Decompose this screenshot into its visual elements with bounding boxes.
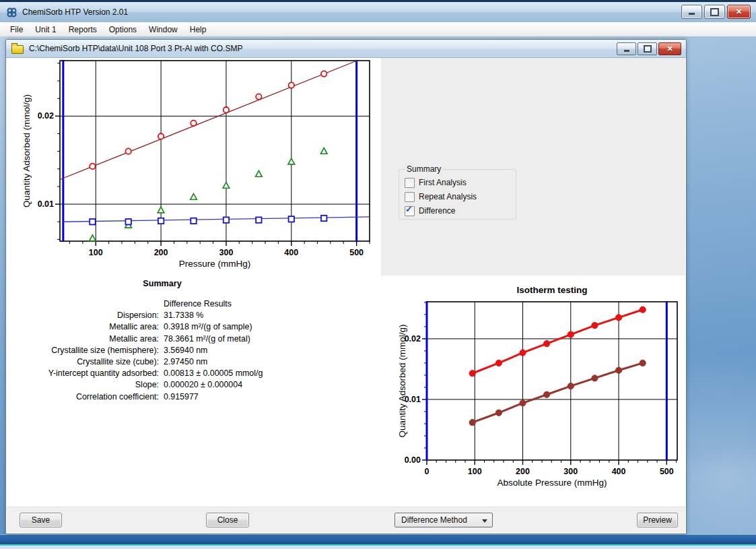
result-label: Metallic area: [8,321,159,333]
results-summary: Summary Difference ResultsDispersion:31.… [8,279,319,403]
results-heading: Summary [8,279,316,288]
preview-button[interactable]: Preview [637,513,678,527]
result-label [8,298,159,310]
checkbox-label: Difference [419,206,455,216]
result-label: Slope: [8,379,159,391]
result-value: 0.000020 ± 0.000004 [159,379,242,391]
checkbox-difference[interactable]: ✓Difference [405,205,516,216]
checkbox-repeat-analysis[interactable]: Repeat Analysis [405,191,516,202]
save-button[interactable]: Save [20,513,62,527]
summary-checkbox-list: First AnalysisRepeat Analysis✓Difference [405,177,516,216]
app-icon [6,7,18,18]
result-label: Crystallite size (hemisphere): [8,345,159,356]
svg-text:0.02: 0.02 [38,111,54,121]
result-value: 78.3661 m²/(g of metal) [159,333,250,345]
svg-text:Quantity Adsorbed (mmol/g): Quantity Adsorbed (mmol/g) [397,324,407,437]
menu-item-file[interactable]: File [4,23,29,36]
method-dropdown-value: Difference Method [401,515,467,525]
result-value: Difference Results [159,298,232,310]
svg-text:Pressure (mmHg): Pressure (mmHg) [179,259,251,269]
app-titlebar[interactable]: ChemiSorb HTP Version 2.01 ✕ [0,0,756,22]
result-label: Crystallite size (cube): [8,356,159,368]
maximize-button[interactable] [704,5,725,19]
close-button[interactable]: ✕ [727,5,751,19]
svg-text:300: 300 [219,248,234,257]
maximize-icon [710,8,719,16]
svg-text:400: 400 [284,248,298,257]
result-row: Difference Results [8,298,319,310]
window-controls: ✕ [681,5,751,19]
mdi-client-area: C:\ChemiSorb HTP\data\Unit 108 Port 3 Pt… [0,36,756,534]
result-row: Y-intercept quantity adsorbed:0.00813 ± … [8,368,319,379]
menu-item-window[interactable]: Window [143,23,184,36]
desktop-strip [0,535,756,544]
restore-icon [644,45,652,53]
result-label: Correlation coefficient: [8,391,159,403]
app-title: ChemiSorb HTP Version 2.01 [22,7,128,17]
menu-item-reports[interactable]: Reports [63,23,103,36]
result-row: Crystallite size (cube):2.97450 nm [8,356,319,368]
document-close-button[interactable]: ✕ [658,42,681,55]
result-row: Correlation coefficient:0.915977 [8,391,319,403]
result-row: Metallic area:78.3661 m²/(g of metal) [8,333,319,345]
close-icon: ✕ [666,45,673,53]
checkbox-first-analysis[interactable]: First Analysis [405,177,516,188]
result-value: 2.97450 nm [159,356,207,368]
document-restore-button[interactable] [638,42,657,55]
svg-text:0.00: 0.00 [405,455,421,465]
isotherm-plot: 01002003004005000.000.010.02Isotherm tes… [388,282,685,492]
summary-groupbox-legend: Summary [405,164,443,174]
minimize-icon [689,13,695,15]
result-label: Dispersion: [8,310,159,321]
app-window: ChemiSorb HTP Version 2.01 ✕ FileUnit 1R… [0,0,756,535]
desktop: ChemiSorb HTP Version 2.01 ✕ FileUnit 1R… [0,0,756,549]
chevron-down-icon [482,519,487,523]
minimize-icon [624,50,629,52]
checkbox-unchecked-icon[interactable] [405,192,415,202]
result-label: Y-intercept quantity adsorbed: [8,368,159,379]
document-title: C:\ChemiSorb HTP\data\Unit 108 Port 3 Pt… [29,44,242,53]
result-row: Crystallite size (hemisphere):3.56940 nm [8,345,319,356]
menu-item-unit-1[interactable]: Unit 1 [29,23,62,36]
svg-text:200: 200 [154,248,168,257]
result-value: 31.7338 % [159,310,203,321]
result-value: 0.915977 [159,391,199,403]
desktop-strip-bottom [0,546,756,549]
minimize-button[interactable] [681,5,702,19]
menu-item-options[interactable]: Options [103,23,143,36]
result-row: Slope:0.000020 ± 0.000004 [8,379,319,391]
checkbox-label: Repeat Analysis [419,192,477,201]
close-button[interactable]: Close [206,513,249,527]
results-rows: Difference ResultsDispersion:31.7338 %Me… [8,298,319,403]
svg-text:500: 500 [660,467,674,476]
result-row: Metallic area:0.3918 m²/(g of sample) [8,321,319,333]
action-bar: Save Close Difference Method Preview [7,507,685,533]
document-minimize-button[interactable] [617,42,636,55]
options-panel: Summary First AnalysisRepeat Analysis✓Di… [381,58,685,276]
svg-text:100: 100 [89,248,103,257]
document-content: Summary First AnalysisRepeat Analysis✓Di… [7,58,685,533]
svg-text:Absolute Pressure (mmHg): Absolute Pressure (mmHg) [497,478,607,488]
document-window: C:\ChemiSorb HTP\data\Unit 108 Port 3 Pt… [5,39,687,534]
svg-text:0: 0 [425,467,429,476]
checkbox-unchecked-icon[interactable] [405,178,415,188]
difference-plot: 1002003004005000.010.02Pressure (mmHg)Qu… [16,59,380,273]
document-window-controls: ✕ [617,42,681,55]
svg-text:100: 100 [468,467,482,476]
document-titlebar[interactable]: C:\ChemiSorb HTP\data\Unit 108 Port 3 Pt… [6,40,686,58]
close-icon: ✕ [736,8,742,15]
result-value: 0.3918 m²/(g of sample) [159,321,252,333]
result-row: Dispersion:31.7338 % [8,310,319,321]
menu-item-help[interactable]: Help [184,23,213,36]
checkbox-label: First Analysis [419,178,467,187]
svg-text:Isotherm testing: Isotherm testing [516,285,587,295]
menu-bar: FileUnit 1ReportsOptionsWindowHelp [0,22,756,37]
svg-text:200: 200 [516,467,530,476]
svg-text:400: 400 [612,467,626,476]
result-label: Metallic area: [8,333,159,345]
checkbox-checked-icon[interactable]: ✓ [405,206,415,216]
folder-icon [11,45,24,54]
svg-text:500: 500 [349,248,364,257]
svg-text:300: 300 [563,467,578,476]
method-dropdown[interactable]: Difference Method [394,513,493,527]
